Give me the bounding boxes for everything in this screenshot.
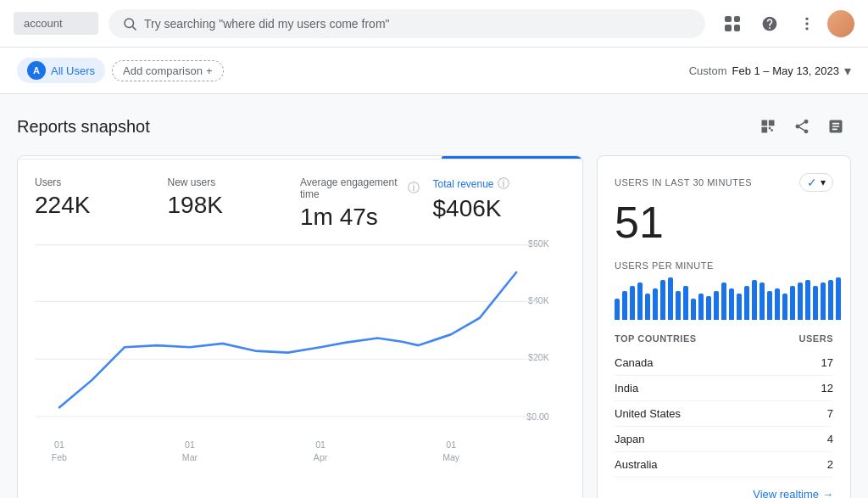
realtime-dot-icon: ✓: [807, 176, 817, 189]
header: account Try searching "where did my user…: [0, 0, 868, 48]
realtime-badge-dropdown: ▾: [821, 176, 826, 188]
metric-users[interactable]: Users 224K: [35, 176, 168, 231]
top-countries-header: TOP COUNTRIES USERS: [615, 333, 833, 344]
mini-bar-item: [737, 294, 742, 320]
mini-bar-item: [836, 277, 841, 320]
add-comparison-label: Add comparison: [123, 64, 203, 77]
country-name: United States: [615, 407, 681, 420]
mini-bar-chart: [615, 277, 833, 320]
mini-bar-item: [653, 288, 658, 321]
mini-bar-item: [660, 280, 665, 320]
mini-bar-item: [721, 283, 726, 320]
avatar[interactable]: [827, 10, 854, 37]
user-chip-avatar: A: [27, 61, 46, 80]
main-content: Reports snapshot: [0, 94, 868, 498]
chart-area: $60K $40K $20K $0.00 01 Feb 01 Mar 01 Ap…: [18, 238, 582, 492]
realtime-title: USERS IN LAST 30 MINUTES: [615, 177, 752, 187]
view-realtime-arrow: →: [822, 488, 833, 498]
more-options-btn[interactable]: [790, 7, 824, 41]
mini-bar-item: [637, 283, 643, 320]
metric-revenue-label: Total revenue ⓘ: [433, 176, 553, 192]
metrics-row: Users 224K New users 198K Average engage…: [18, 159, 582, 238]
country-row[interactable]: Australia 2: [615, 452, 833, 478]
metric-users-value: 224K: [35, 192, 154, 219]
country-row[interactable]: Canada 17: [615, 350, 833, 376]
svg-point-2: [805, 17, 808, 20]
mini-bar-item: [821, 283, 826, 320]
realtime-card: USERS IN LAST 30 MINUTES ✓ ▾ 51 USERS PE…: [597, 155, 851, 498]
svg-text:$20K: $20K: [528, 352, 549, 363]
main-chart: $60K $40K $20K $0.00 01 Feb 01 Mar 01 Ap…: [35, 238, 565, 475]
country-users: 7: [827, 407, 833, 420]
mini-bar-item: [744, 286, 749, 321]
search-bar[interactable]: Try searching "where did my users come f…: [108, 9, 705, 38]
country-row[interactable]: United States 7: [615, 401, 833, 427]
metric-revenue-value: $406K: [433, 195, 553, 222]
share-btn[interactable]: [787, 111, 817, 142]
realtime-header: USERS IN LAST 30 MINUTES ✓ ▾: [615, 173, 833, 192]
revenue-info-icon[interactable]: ⓘ: [498, 176, 509, 192]
mini-bar-item: [790, 286, 795, 321]
user-chip-label: All Users: [51, 64, 95, 77]
insights-icon: [827, 118, 844, 135]
mini-bar-item: [729, 288, 734, 321]
date-range[interactable]: Custom Feb 1 – May 13, 2023 ▾: [689, 63, 851, 79]
date-prefix: Custom: [689, 64, 727, 77]
svg-text:Mar: Mar: [182, 451, 198, 462]
add-comparison-button[interactable]: Add comparison +: [112, 60, 224, 81]
more-icon: [798, 15, 815, 32]
country-row[interactable]: Japan 4: [615, 427, 833, 452]
users-col-label: USERS: [799, 333, 833, 344]
mini-bar-item: [645, 294, 650, 320]
mini-bar-item: [676, 291, 681, 320]
metric-new-users[interactable]: New users 198K: [168, 176, 301, 231]
mini-bar-item: [698, 294, 704, 320]
customize-report-btn[interactable]: [753, 111, 783, 142]
mini-bar-item: [752, 280, 757, 320]
mini-bar-item: [714, 291, 719, 320]
country-users: 17: [821, 356, 833, 369]
section-title: Reports snapshot: [17, 117, 150, 137]
svg-text:01: 01: [446, 439, 456, 450]
country-name: India: [615, 382, 638, 394]
mini-bar-item: [683, 286, 688, 321]
search-icon: [122, 16, 137, 31]
country-users: 2: [827, 458, 833, 471]
svg-text:01: 01: [54, 439, 64, 450]
grid-icon-btn[interactable]: [715, 7, 749, 41]
mini-bar-item: [760, 283, 765, 320]
metric-revenue[interactable]: Total revenue ⓘ $406K: [433, 176, 566, 231]
metric-new-users-label: New users: [168, 176, 287, 188]
section-icons: [753, 111, 851, 142]
country-row[interactable]: India 12: [615, 376, 833, 401]
engagement-info-icon[interactable]: ⓘ: [408, 181, 420, 196]
metric-engagement[interactable]: Average engagement time ⓘ 1m 47s: [300, 176, 433, 231]
realtime-count: 51: [615, 199, 833, 247]
mini-bar-item: [668, 277, 673, 320]
add-icon: +: [206, 64, 213, 77]
date-value: Feb 1 – May 13, 2023: [732, 64, 839, 77]
customize-icon: [760, 118, 776, 135]
realtime-badge[interactable]: ✓ ▾: [799, 173, 833, 192]
mini-bar-item: [805, 280, 810, 320]
mini-bar-item: [706, 296, 711, 320]
section-header: Reports snapshot: [17, 111, 851, 142]
main-analytics-card: Users 224K New users 198K Average engage…: [17, 155, 583, 498]
view-realtime-btn[interactable]: View realtime →: [615, 488, 833, 498]
account-label[interactable]: account: [14, 12, 98, 35]
insights-btn[interactable]: [821, 111, 851, 142]
svg-text:$40K: $40K: [528, 294, 549, 305]
svg-point-4: [805, 27, 808, 30]
mini-bar-item: [813, 286, 818, 321]
mini-bar-item: [622, 291, 627, 320]
grid-icon: [725, 16, 740, 31]
svg-point-0: [125, 19, 134, 28]
share-icon: [793, 118, 810, 135]
user-chip[interactable]: A All Users: [17, 58, 105, 83]
svg-text:01: 01: [315, 439, 326, 450]
cards-row: Users 224K New users 198K Average engage…: [17, 155, 851, 498]
help-icon-btn[interactable]: [753, 7, 787, 41]
metric-engagement-label: Average engagement time ⓘ: [300, 176, 420, 200]
mini-bar-item: [798, 283, 803, 320]
country-name: Japan: [615, 433, 644, 445]
